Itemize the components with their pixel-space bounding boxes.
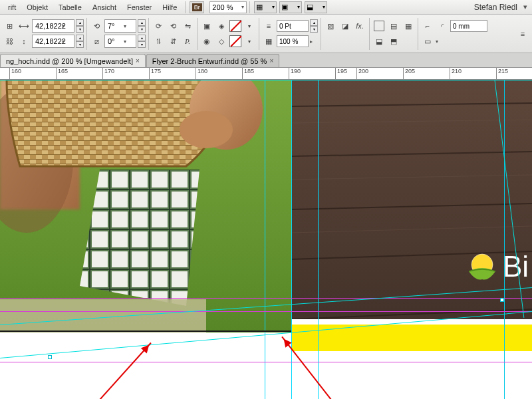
width-icon: ⟷ (17, 19, 31, 33)
effects-icon[interactable]: ◪ (338, 19, 352, 33)
fx-icon[interactable]: fx. (353, 19, 366, 33)
corner-radius[interactable]: 0 mm (450, 20, 487, 32)
horizontal-ruler[interactable]: 160 165 170 175 180 185 190 195 200 205 … (0, 68, 532, 80)
view-mode-2[interactable]: ▣▾ (279, 1, 302, 13)
ref-point-icon[interactable]: ⊞ (3, 19, 16, 33)
rotate-cw-icon[interactable]: ⟳ (152, 19, 165, 33)
guide-v[interactable] (318, 80, 319, 399)
select-container-icon[interactable]: ▣ (200, 19, 213, 33)
stroke-weight[interactable]: 0 Pt (277, 20, 309, 32)
menu-bar: rift Objekt Tabelle Ansicht Fenster Hilf… (0, 0, 532, 15)
menu-item[interactable]: Objekt (21, 2, 53, 13)
close-icon[interactable]: × (269, 57, 273, 65)
wrap-bbox-icon[interactable]: ▤ (387, 19, 400, 33)
tab-label: Flyer 2-Bruch Entwurf.indd @ 55 % (152, 57, 267, 65)
corner-shape-icon[interactable]: ▭ (421, 35, 434, 48)
select-next-icon[interactable]: ◇ (215, 35, 228, 48)
bio-logo-icon (466, 251, 499, 285)
corner-radius-icon: ◜ (436, 19, 449, 33)
panel-menu-icon[interactable]: ≡ (516, 27, 529, 41)
height-field[interactable]: 42,18222 (32, 35, 74, 48)
flip-v-icon[interactable]: ⥮ (152, 35, 165, 48)
guide-h[interactable] (0, 362, 532, 362)
selection-handle[interactable] (500, 298, 504, 302)
width-field[interactable]: 42,18222 (32, 19, 74, 33)
opacity-icon: ▦ (262, 35, 275, 48)
menu-item[interactable]: Hilfe (157, 2, 182, 13)
rotate-ccw-icon[interactable]: ⟲ (166, 19, 180, 33)
wrap-column-icon[interactable]: ⬒ (387, 35, 400, 48)
canvas[interactable]: Bi (0, 80, 532, 399)
view-mode-1[interactable]: ▦▾ (254, 1, 277, 13)
p-icon[interactable]: P. (181, 35, 194, 48)
height-icon: ↕ (17, 35, 31, 48)
rotation-field[interactable]: 7° (104, 19, 136, 33)
stepper[interactable]: ▴▾ (76, 19, 84, 33)
flip-h-icon[interactable]: ⇋ (181, 19, 194, 33)
wrap-none-icon[interactable] (372, 19, 386, 33)
fill-swatch[interactable] (229, 20, 241, 32)
zoom-level[interactable]: 200 %▾ (209, 1, 247, 13)
wrap-shape-icon[interactable]: ▦ (402, 19, 415, 33)
menu-item[interactable]: Ansicht (87, 2, 122, 13)
bridge-button[interactable]: Br (190, 1, 204, 13)
flip-icon[interactable]: ⇵ (166, 35, 180, 48)
stepper[interactable]: ▴▾ (138, 35, 146, 48)
close-icon[interactable]: × (136, 57, 140, 65)
stepper[interactable]: ▴▾ (310, 19, 318, 33)
stepper[interactable]: ▴▾ (76, 35, 84, 48)
svg-point-14 (180, 111, 233, 148)
view-mode-3[interactable]: ⬓▾ (305, 1, 327, 13)
select-prev-icon[interactable]: ◈ (215, 19, 228, 33)
tab-1[interactable]: ng_hoch.indd @ 200 % [Umgewandelt] × (0, 54, 146, 67)
menu-item[interactable]: Fenster (122, 2, 157, 13)
corner-icon[interactable]: ⌐ (421, 19, 434, 33)
selection-handle[interactable] (48, 355, 52, 359)
wrap-jump-icon[interactable]: ⬓ (372, 35, 386, 48)
control-panel: ⊞ ⟷ 42,18222 ▴▾ ⛓ ↕ 42,18222 ▴▾ ⟲ 7° ▴▾ … (0, 15, 532, 53)
baseline (0, 331, 291, 332)
menu-item[interactable]: Tabelle (53, 2, 87, 13)
guide-h[interactable] (0, 311, 532, 312)
dd-icon[interactable]: ▾ (243, 35, 256, 48)
stroke-weight-icon: ≡ (262, 19, 275, 33)
select-content-icon[interactable]: ◉ (200, 35, 213, 48)
user-name: Stefan Riedl (474, 3, 521, 12)
menu-item[interactable]: rift (3, 2, 21, 13)
guide-v[interactable] (504, 80, 505, 399)
frame-edge (0, 80, 532, 80)
image-right (291, 80, 532, 399)
opacity-field[interactable]: 100 % (277, 35, 309, 47)
stepper[interactable]: ▴▾ (138, 19, 146, 33)
tab-2[interactable]: Flyer 2-Bruch Entwurf.indd @ 55 % × (146, 54, 279, 67)
dd-icon[interactable]: ▾ (243, 19, 256, 33)
document-tabs: ng_hoch.indd @ 200 % [Umgewandelt] × Fly… (0, 53, 532, 68)
stroke-swatch[interactable] (229, 35, 241, 47)
shear-field[interactable]: 0° (104, 35, 136, 48)
guide-h[interactable] (0, 298, 532, 299)
user-menu-dd[interactable]: ▾ (521, 3, 529, 11)
shear-icon: ⧄ (90, 35, 103, 48)
drop-shadow-icon[interactable]: ▧ (324, 19, 337, 33)
guide-v[interactable] (265, 80, 265, 399)
link-icon[interactable]: ⛓ (3, 35, 16, 48)
rotate-icon: ⟲ (90, 19, 103, 33)
tab-label: ng_hoch.indd @ 200 % [Umgewandelt] (6, 57, 133, 65)
